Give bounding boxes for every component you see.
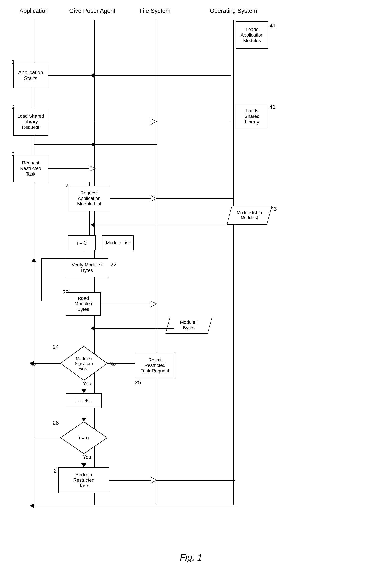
module-i-bytes: Module iBytes (165, 317, 212, 334)
verify-module-i: Verify Module iBytes (66, 258, 108, 277)
arrow-req-restricted-right (89, 165, 96, 171)
i-plus-1: i = i + 1 (66, 393, 102, 408)
h-load-shared-right (48, 122, 231, 122)
h-sig-no-left (34, 363, 60, 364)
h-module-i-return (94, 328, 174, 329)
v-loop-back-left (41, 258, 42, 301)
h-perform-right (109, 480, 234, 481)
svg-text:Signature: Signature (75, 361, 93, 366)
svg-text:Module i: Module i (76, 356, 92, 361)
arrow-sig-no-app (30, 361, 34, 366)
road-module-i: RoadModule iBytes (66, 292, 101, 315)
num-24: 24 (53, 344, 59, 350)
arrow-yes-down (81, 389, 86, 393)
arrow-iplus1-down (81, 418, 86, 422)
arrow-module-list-return (91, 222, 95, 227)
arrow-app-starts-gpa (90, 73, 94, 78)
v-i0-to-verify (84, 250, 84, 258)
h-in-no-left (34, 438, 60, 438)
application-starts: ApplicationStarts (13, 63, 48, 88)
reject-task: RejectRestrictedTask Request (135, 353, 175, 378)
col-header-application: Application (13, 7, 55, 14)
arrow-module-i-return (91, 326, 95, 331)
arrow-req-module-right (151, 196, 157, 201)
v-gpa-module-to-i0 (89, 211, 90, 235)
sig-valid-diamond: Module i Signature Valid" (60, 346, 107, 380)
loads-shared-library: LoadsSharedLibrary (236, 104, 269, 129)
h-req-module-list-right (110, 199, 233, 199)
h-request-restricted-right (48, 168, 93, 169)
loads-app-modules: LoadsApplicationModules (236, 21, 269, 49)
col-header-give-poser: Give Poser Agent (68, 7, 117, 14)
col-header-filesystem: File System (138, 7, 172, 14)
arrow-yes2-down (81, 463, 86, 467)
h-app-starts-right (48, 75, 231, 76)
h-no-reject (107, 363, 135, 364)
h-loop-back-top (41, 258, 66, 259)
label-no2: No (109, 361, 116, 367)
request-app-module-list: RequestApplicationModule List (68, 186, 110, 211)
num-26: 26 (53, 420, 59, 426)
request-restricted-task: RequestRestrictedTask (13, 155, 48, 182)
arrow-return-load-shared (91, 142, 95, 147)
svg-text:i = n: i = n (79, 435, 89, 440)
svg-marker-0 (151, 119, 157, 125)
v-road-to-sig (84, 315, 84, 346)
svg-marker-1 (89, 165, 95, 171)
h-final-return (34, 506, 238, 506)
arrow-in-no-up (31, 258, 37, 262)
i-equals-0: i = 0 (68, 235, 96, 250)
col-header-os: Operating System (208, 7, 259, 14)
arrow-load-shared-right (151, 119, 157, 125)
module-list-n: Module list (nModules) (227, 206, 272, 225)
h-module-list-return (94, 225, 234, 225)
svg-marker-2 (151, 196, 157, 201)
h-return-load-shared (34, 145, 157, 145)
num-42: 42 (270, 104, 276, 110)
diagram: Application Give Poser Agent File System… (0, 0, 392, 579)
arrow-final-return (30, 503, 34, 508)
arrow-road-module-right (151, 301, 157, 307)
svg-marker-10 (151, 477, 157, 483)
lane-os (233, 20, 234, 505)
svg-marker-3 (151, 301, 157, 307)
v-load-to-req (31, 136, 31, 155)
v-in-no-up (34, 258, 34, 438)
num-41: 41 (270, 22, 276, 29)
arrow-perform-right (151, 477, 157, 483)
h-road-module-right (101, 304, 157, 304)
module-list-box: Module List (102, 235, 134, 250)
load-shared-library-request: Load SharedLibraryRequest (13, 108, 48, 136)
svg-text:Valid": Valid" (79, 366, 89, 371)
v-app-to-load (31, 88, 31, 108)
i-equals-n-diamond: i = n (60, 422, 107, 454)
fig-caption: Fig. 1 (159, 552, 223, 563)
perform-restricted: PerformRestrictedTask (58, 467, 109, 493)
num-22: 22 (110, 261, 116, 268)
lane-filesystem (156, 20, 156, 505)
v-gpa-req-to-module (89, 182, 90, 186)
num-25: 25 (135, 379, 141, 386)
